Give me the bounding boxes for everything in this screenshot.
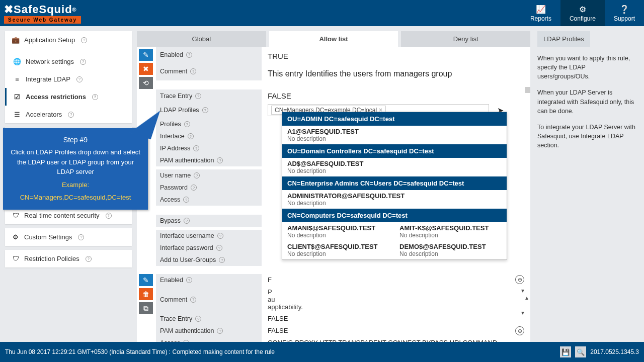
dropdown-item[interactable]: A1@SAFESQUID.TESTNo description	[282, 126, 507, 144]
expand-icon[interactable]: ⊕	[515, 275, 524, 284]
tab-deny-list[interactable]: Deny list	[401, 31, 530, 47]
enabled-value: F	[262, 274, 530, 286]
info-icon: ?	[217, 233, 223, 239]
access-label: Access?	[156, 337, 262, 342]
chevron-down-icon[interactable]: ▾	[521, 309, 524, 316]
password-label: Password?	[156, 182, 262, 194]
info-icon: ?	[188, 133, 194, 139]
comment-value: Pauapplicability.	[262, 286, 530, 313]
version-label: 2017.0525.1345.3	[590, 348, 639, 355]
tab-allow-list[interactable]: Allow list	[269, 31, 398, 47]
info-icon: ?	[81, 37, 87, 43]
dropdown-item[interactable]: CLIENT$@SAFESQUID.TESTNo description	[282, 241, 394, 259]
ldap-profiles-dropdown[interactable]: OU=ADMIN DC=safesquid DC=test A1@SAFESQU…	[282, 112, 507, 260]
help-text: When you want to apply this rule, specif…	[537, 54, 639, 81]
dropdown-item[interactable]: AD$@SAFESQUID.TESTNo description	[282, 158, 507, 176]
info-icon: ?	[195, 93, 201, 99]
dropdown-item[interactable]: DEMO$@SAFESQUID.TESTNo description	[394, 241, 507, 259]
sidebar-item-app-setup[interactable]: 💼Application Setup?	[5, 31, 132, 49]
info-icon: ?	[190, 68, 196, 74]
tab-global[interactable]: Global	[137, 31, 266, 47]
comment-label: Comment?	[156, 62, 262, 80]
help-text: To integrate your LDAP Server with Safes…	[537, 123, 639, 150]
chevron-down-icon[interactable]: ▾	[521, 287, 524, 294]
ip-label: IP Address?	[156, 142, 262, 154]
interface-user-label: Interface username?	[156, 230, 262, 242]
edit-button[interactable]: ✎	[139, 49, 153, 61]
expand-icon[interactable]: ⊕	[515, 326, 524, 335]
help-title: LDAP Profiles	[537, 31, 590, 47]
sidebar-item-accel[interactable]: ☰Accelerators?	[5, 106, 132, 123]
dropdown-item[interactable]: AMIT-K$@SAFESQUID.TESTNo description	[394, 222, 507, 241]
info-icon: ?	[193, 145, 199, 151]
status-message: Thu Jun 08 2017 12:29:21 GMT+0530 (India…	[5, 348, 275, 355]
top-bar: ✖SafeSquid® Secure Web Gateway 📈Reports …	[0, 0, 644, 26]
info-icon: ?	[217, 157, 223, 163]
sliders-icon: ⚙	[12, 233, 19, 241]
pam-label: PAM authentication?	[156, 154, 262, 166]
copy-button[interactable]: ⧉	[139, 302, 153, 314]
sidebar-item-restriction[interactable]: 🛡Restriction Policies?	[5, 250, 132, 267]
access-value: CONFIG PROXY HTTP TRANSPARENT CONNECT BY…	[262, 337, 530, 342]
comment-value[interactable]: This entry Identifies the users from man…	[262, 62, 530, 80]
configure-button[interactable]: ⚙Configure	[560, 0, 605, 26]
enabled-value: TRUE	[262, 47, 530, 62]
pam-value: FALSE	[262, 325, 530, 337]
dropdown-item[interactable]: ADMINISTRATOR@SAFESQUID.TESTNo descripti…	[282, 190, 507, 209]
sidebar-item-ldap[interactable]: ≡Integrate LDAP?	[5, 70, 132, 88]
delete-button[interactable]: 🗑	[139, 288, 153, 300]
sidebar-item-custom[interactable]: ⚙Custom Settings?	[5, 228, 132, 246]
info-icon: ?	[183, 197, 189, 203]
dropdown-group-header[interactable]: OU=ADMIN DC=safesquid DC=test	[282, 112, 507, 126]
callout-title: Step #9	[8, 135, 143, 145]
dropdown-item[interactable]: AMANI$@SAFESQUID.TESTNo description	[282, 222, 394, 241]
briefcase-icon: 💼	[12, 36, 19, 44]
info-icon: ?	[186, 277, 192, 283]
reports-button[interactable]: 📈Reports	[521, 0, 560, 26]
help-panel: LDAP Profiles When you want to apply thi…	[535, 26, 644, 342]
interface-pass-label: Interface password?	[156, 242, 262, 254]
gear-icon: ⚙	[579, 5, 586, 14]
enabled-label: Enabled?	[156, 274, 262, 286]
info-icon: ?	[202, 107, 208, 113]
bypass-label: Bypass?	[156, 215, 262, 227]
info-icon: ?	[184, 218, 190, 224]
trace-label: Trace Entry?	[156, 313, 262, 325]
info-icon: ?	[86, 256, 92, 262]
badge-icon: 🛡	[12, 255, 19, 262]
info-icon: ?	[106, 213, 112, 219]
save-button[interactable]: 💾	[560, 346, 571, 357]
help-text: When your LDAP Server is integrated with…	[537, 88, 639, 115]
list-icon: ≡	[14, 75, 21, 83]
info-icon: ?	[191, 185, 197, 191]
dropdown-group-header[interactable]: OU=Domain Controllers DC=safesquid DC=te…	[282, 144, 507, 158]
status-bar: Thu Jun 08 2017 12:29:21 GMT+0530 (India…	[0, 342, 644, 362]
sidebar-item-access[interactable]: ☑Access restrictions?	[5, 88, 132, 106]
callout-example: CN=Managers,DC=safesquid,DC=test	[8, 193, 143, 203]
add-groups-label: Add to User-Groups?	[156, 254, 262, 266]
tabs: Global Allow list Deny list	[137, 31, 530, 47]
globe-icon: 🌐	[14, 58, 21, 65]
dropdown-group-header[interactable]: CN=Computers DC=safesquid DC=test	[282, 209, 507, 222]
info-icon: ?	[92, 94, 98, 100]
close-button[interactable]: ✖	[139, 63, 153, 75]
info-icon: ?	[194, 172, 200, 178]
info-icon: ?	[216, 245, 222, 251]
support-button[interactable]: ❔Support	[605, 0, 644, 26]
profiles-label: Profiles?	[156, 118, 262, 130]
revert-button[interactable]: ⟲	[139, 77, 153, 89]
trace-value: FALSE	[262, 89, 530, 102]
edit-button[interactable]: ✎	[139, 274, 153, 286]
sidebar-item-network[interactable]: 🌐Network settings?	[5, 53, 132, 70]
dropdown-group-header[interactable]: CN=Enterprise Admins CN=Users DC=safesqu…	[282, 176, 507, 190]
info-icon: ?	[76, 76, 83, 82]
chevron-up-icon[interactable]: ▴	[525, 294, 528, 301]
info-icon: ?	[195, 316, 201, 322]
comment-label: Comment?	[156, 286, 262, 313]
logo: ✖SafeSquid® Secure Web Gateway	[0, 3, 81, 24]
info-icon: ?	[190, 297, 196, 303]
search-button[interactable]: 🔍	[575, 346, 586, 357]
info-icon: ?	[217, 328, 223, 334]
gauge-icon: ☰	[14, 111, 21, 118]
info-icon: ?	[68, 112, 74, 118]
